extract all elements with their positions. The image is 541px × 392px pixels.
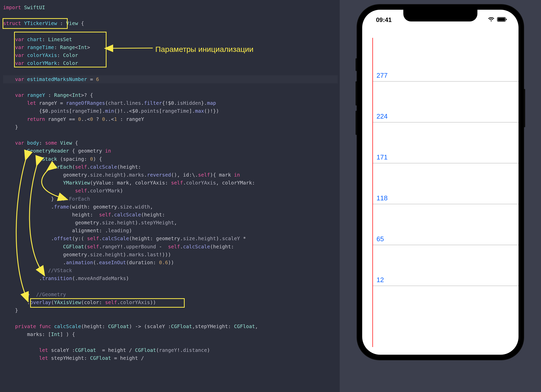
- svg-rect-3: [506, 19, 507, 20]
- code-line[interactable]: .offset(y:( self.calcScale(height: geome…: [3, 235, 338, 243]
- code-line[interactable]: var chart: LinesSet: [3, 36, 338, 43]
- code-line[interactable]: [3, 314, 338, 322]
- code-line[interactable]: geometry.size.height).stepYHeight,: [3, 219, 338, 227]
- code-line[interactable]: } // ForEach: [3, 195, 338, 203]
- code-line[interactable]: YMarkView(yValue: mark, colorYAxis: self…: [3, 179, 338, 187]
- code-line[interactable]: }: [3, 306, 338, 314]
- code-line[interactable]: VStack (spacing: 0) {: [3, 155, 338, 163]
- phone-side-button: [356, 81, 357, 106]
- code-editor-pane[interactable]: import SwiftUI struct YTickerView : View…: [0, 0, 340, 392]
- y-mark: 171: [362, 163, 519, 163]
- code-line[interactable]: [3, 67, 338, 75]
- code-line[interactable]: return rangeY == 0..<0 ? 0..<1 : rangeY: [3, 115, 338, 123]
- code-line[interactable]: .transition(.moveAndFadeMarks): [3, 274, 338, 282]
- phone-side-button: [356, 111, 357, 135]
- code-line[interactable]: geometry.size.height).marks.reversed(), …: [3, 171, 338, 179]
- y-mark-label: 224: [377, 111, 387, 122]
- y-mark: 65: [362, 245, 519, 245]
- y-axis-line: [372, 38, 373, 347]
- annotation-init-params: Параметры инициализации: [155, 43, 253, 55]
- code-line[interactable]: ForEach(self.calcScale(height:: [3, 163, 338, 171]
- phone-side-button: [524, 89, 525, 127]
- y-ticker-view: 2772241711186512: [362, 38, 519, 347]
- y-mark-gridline: [373, 204, 519, 204]
- code-line[interactable]: GeometryReader { geometry in: [3, 147, 338, 155]
- y-mark-gridline: [373, 286, 519, 286]
- y-mark-gridline: [373, 163, 519, 163]
- code-line[interactable]: height: self.calcScale(height:: [3, 211, 338, 219]
- y-mark-gridline: [373, 245, 519, 245]
- code-line[interactable]: [3, 11, 338, 19]
- y-mark: 224: [362, 122, 519, 122]
- code-line[interactable]: }: [3, 123, 338, 131]
- code-lines-container: import SwiftUI struct YTickerView : View…: [3, 4, 338, 362]
- code-line[interactable]: geometry.size.height).marks.last!))): [3, 251, 338, 259]
- code-line[interactable]: var rangeY : Range<Int>? {: [3, 91, 338, 99]
- y-mark: 277: [362, 81, 519, 82]
- code-line[interactable]: marks: [Int] ) {: [3, 330, 338, 338]
- y-mark-label: 277: [377, 70, 387, 81]
- code-line[interactable]: var estimatedMarksNumber = 6: [3, 75, 338, 83]
- code-line[interactable]: var body: some View {: [3, 139, 338, 147]
- code-line[interactable]: [3, 83, 338, 91]
- phone-side-button: [356, 58, 357, 71]
- code-line[interactable]: .overlay(YAxisView(color: self.colorYAxi…: [3, 298, 338, 306]
- status-bar: 09:41: [362, 15, 519, 25]
- code-line[interactable]: let rangeY = rangeOfRanges(chart.lines.f…: [3, 99, 338, 107]
- code-line[interactable]: [3, 28, 338, 36]
- code-line[interactable]: import SwiftUI: [3, 4, 338, 11]
- y-mark-gridline: [373, 122, 519, 122]
- iphone-frame: 09:41 2772241711186512: [357, 5, 524, 360]
- y-mark-label: 171: [377, 152, 387, 163]
- code-line[interactable]: } //VStack: [3, 267, 338, 274]
- y-mark: 118: [362, 204, 519, 204]
- status-time: 09:41: [376, 15, 392, 25]
- code-line[interactable]: .animation(.easeInOut(duration: 0.6)): [3, 259, 338, 267]
- code-line[interactable]: struct YTickerView : View {: [3, 19, 338, 27]
- code-line[interactable]: [3, 131, 338, 139]
- code-line[interactable]: self.colorYMark): [3, 187, 338, 195]
- code-line[interactable]: var colorYMark: Color: [3, 59, 338, 67]
- phone-screen: 09:41 2772241711186512: [362, 10, 519, 355]
- battery-icon: [497, 15, 507, 25]
- code-line[interactable]: .frame(width: geometry.size.width,: [3, 203, 338, 211]
- y-mark-label: 118: [377, 193, 387, 204]
- y-mark-label: 12: [377, 275, 384, 285]
- svg-rect-2: [498, 18, 505, 21]
- y-mark-gridline: [373, 81, 519, 82]
- code-line[interactable]: {$0.points[rangeTime].min()!..<$0.points…: [3, 107, 338, 115]
- code-line[interactable]: [3, 338, 338, 346]
- simulator-preview-pane: 09:41 2772241711186512: [340, 0, 541, 392]
- code-line[interactable]: CGFloat(self.rangeY!.upperBound - self.c…: [3, 243, 338, 251]
- code-line[interactable]: let scaleY :CGFloat = height / CGFloat(r…: [3, 346, 338, 354]
- y-mark: 12: [362, 286, 519, 286]
- code-line[interactable]: alignment: .leading): [3, 227, 338, 235]
- code-line[interactable]: private func calcScale(height: CGFloat) …: [3, 322, 338, 330]
- code-line[interactable]: } //Geometry: [3, 291, 338, 298]
- code-line[interactable]: [3, 283, 338, 291]
- y-mark-label: 65: [377, 234, 384, 245]
- code-line[interactable]: let stepYHeight: CGFloat = height /: [3, 354, 338, 362]
- wifi-icon: [488, 15, 495, 25]
